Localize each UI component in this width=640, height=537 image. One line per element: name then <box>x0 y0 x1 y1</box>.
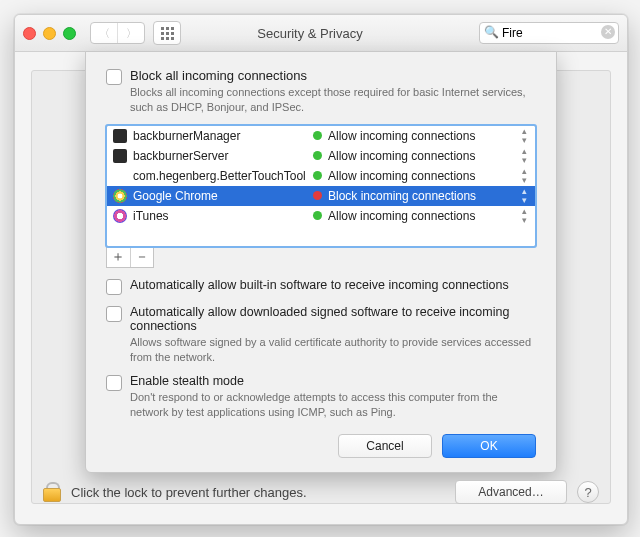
status-dot-icon <box>313 211 322 220</box>
app-status: Block incoming connections <box>328 189 476 203</box>
status-dot-icon <box>313 191 322 200</box>
app-row[interactable]: com.hegenberg.BetterTouchTool Allow inco… <box>107 166 535 186</box>
search-field-wrap: 🔍 ✕ <box>479 22 619 44</box>
block-all-label: Block all incoming connections <box>130 68 536 83</box>
zoom-window-button[interactable] <box>63 27 76 40</box>
auto-signed-desc: Allows software signed by a valid certif… <box>130 335 536 365</box>
forward-button[interactable]: 〉 <box>117 23 144 43</box>
preferences-window: 〈 〉 Security & Privacy 🔍 ✕ Block all i <box>14 14 628 525</box>
app-icon <box>113 149 127 163</box>
app-status: Allow incoming connections <box>328 129 475 143</box>
remove-app-button[interactable]: － <box>130 247 154 267</box>
app-name: iTunes <box>133 209 307 223</box>
status-stepper-icon[interactable]: ▴▾ <box>519 147 529 165</box>
status-dot-icon <box>313 171 322 180</box>
status-stepper-icon[interactable]: ▴▾ <box>519 127 529 145</box>
cancel-button[interactable]: Cancel <box>338 434 432 458</box>
itunes-icon <box>113 209 127 223</box>
search-input[interactable] <box>479 22 619 44</box>
lock-text: Click the lock to prevent further change… <box>71 485 307 500</box>
app-status: Allow incoming connections <box>328 149 475 163</box>
status-dot-icon <box>313 131 322 140</box>
status-dot-icon <box>313 151 322 160</box>
add-remove-controls: ＋ － <box>106 247 154 268</box>
block-all-desc: Blocks all incoming connections except t… <box>130 85 536 115</box>
auto-signed-label: Automatically allow downloaded signed so… <box>130 305 536 333</box>
app-row[interactable]: backburnerServer Allow incoming connecti… <box>107 146 535 166</box>
app-name: backburnerManager <box>133 129 307 143</box>
block-all-checkbox[interactable] <box>106 69 122 85</box>
stealth-label: Enable stealth mode <box>130 374 536 388</box>
window-title: Security & Privacy <box>149 26 471 41</box>
back-button[interactable]: 〈 <box>91 23 117 43</box>
ok-button[interactable]: OK <box>442 434 536 458</box>
firewall-app-list[interactable]: backburnerManager Allow incoming connect… <box>106 125 536 247</box>
app-icon <box>113 169 127 183</box>
app-row[interactable]: backburnerManager Allow incoming connect… <box>107 126 535 146</box>
app-name: backburnerServer <box>133 149 307 163</box>
app-status: Allow incoming connections <box>328 209 475 223</box>
clear-search-button[interactable]: ✕ <box>601 25 615 39</box>
app-row[interactable]: iTunes Allow incoming connections ▴▾ <box>107 206 535 226</box>
chrome-icon <box>113 189 127 203</box>
window-controls <box>23 27 76 40</box>
add-app-button[interactable]: ＋ <box>107 247 130 267</box>
auto-signed-checkbox[interactable] <box>106 306 122 322</box>
nav-back-forward: 〈 〉 <box>90 22 145 44</box>
app-status: Allow incoming connections <box>328 169 475 183</box>
auto-builtin-checkbox[interactable] <box>106 279 122 295</box>
app-name: Google Chrome <box>133 189 307 203</box>
titlebar: 〈 〉 Security & Privacy 🔍 ✕ <box>15 15 627 52</box>
app-row[interactable]: Google Chrome Block incoming connections… <box>107 186 535 206</box>
lock-row: Click the lock to prevent further change… <box>43 480 599 504</box>
status-stepper-icon[interactable]: ▴▾ <box>519 187 529 205</box>
status-stepper-icon[interactable]: ▴▾ <box>519 167 529 185</box>
app-name: com.hegenberg.BetterTouchTool <box>133 169 307 183</box>
app-icon <box>113 129 127 143</box>
close-window-button[interactable] <box>23 27 36 40</box>
help-button[interactable]: ? <box>577 481 599 503</box>
stealth-desc: Don't respond to or acknowledge attempts… <box>130 390 536 420</box>
advanced-button[interactable]: Advanced… <box>455 480 567 504</box>
firewall-options-sheet: Block all incoming connections Blocks al… <box>85 51 557 473</box>
search-icon: 🔍 <box>484 25 499 39</box>
lock-icon[interactable] <box>43 482 61 502</box>
minimize-window-button[interactable] <box>43 27 56 40</box>
status-stepper-icon[interactable]: ▴▾ <box>519 207 529 225</box>
stealth-checkbox[interactable] <box>106 375 122 391</box>
auto-builtin-label: Automatically allow built-in software to… <box>130 278 509 292</box>
